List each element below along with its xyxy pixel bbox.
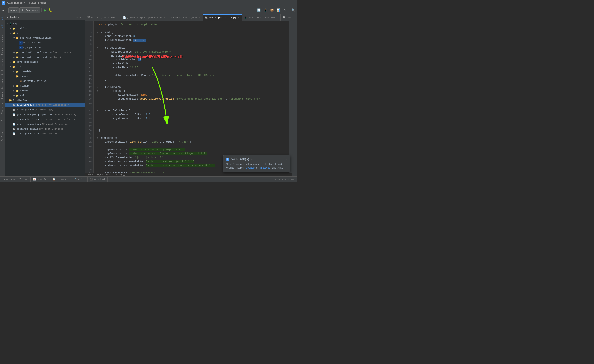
tree-item-18[interactable]: 🐘build.gradle (Module: app) [5, 107, 85, 112]
tree-item-12[interactable]: 🖼activity_main.xml [5, 79, 85, 84]
avd-button[interactable]: 📱 [262, 8, 269, 13]
build-close-button[interactable]: ✕ [286, 158, 288, 161]
tab-close-gradle-wrapper[interactable]: ✕ [164, 16, 166, 19]
toolbar-right: 🔄 📱 📦 📊 ⚙ 🔍 [256, 8, 296, 13]
panel-header-icons: ⊕ ⚙ — [77, 16, 83, 19]
app-selector[interactable]: app ▾ [8, 7, 19, 13]
line-number-12: 12 [86, 66, 92, 70]
panel-close-icon[interactable]: — [81, 16, 83, 19]
sidebar-item-layout-captures[interactable]: Layout Captures [1, 77, 4, 101]
tab-close-activity-main[interactable]: ✕ [116, 16, 118, 19]
debug-button[interactable]: 🐛 [48, 8, 54, 13]
app-selector-arrow: ▾ [16, 9, 17, 12]
line-number-4: 4 [86, 34, 92, 38]
line-number-22: 22 [86, 105, 92, 109]
tree-item-4[interactable]: AMainActivity [5, 40, 85, 45]
bottom-tab-terminal[interactable]: ⬛ Terminal [88, 177, 108, 182]
tree-item-21[interactable]: 📄gradle.properties (Project Properties) [5, 122, 85, 126]
project-panel: Android ▾ ⊕ ⚙ — ▼📱app▶📁manifests▼📂java▼📂… [5, 14, 85, 176]
sdk-button[interactable]: 📦 [269, 8, 275, 13]
tree-item-6[interactable]: ▶📁com.jsyf.myapplication (androidTest) [5, 50, 85, 55]
tree-item-8[interactable]: ▶📁java (generated) [5, 60, 85, 64]
tab-close-build-gradle-app[interactable]: ✕ [237, 16, 239, 19]
tab-build-gradle-myapp[interactable]: 🐘 build.gradle (My Application) ✕ [281, 14, 292, 21]
bottom-tab-build[interactable]: 🔨 Build [72, 177, 88, 182]
event-log[interactable]: Event Log [283, 178, 295, 181]
tree-item-13[interactable]: ▶📁mipmap [5, 84, 85, 88]
fold-marker-23[interactable]: ▼ [96, 109, 99, 113]
line-number-16: 16 [86, 81, 92, 85]
tree-view[interactable]: ▼📱app▶📁manifests▼📂java▼📂com.jsyf.myappli… [5, 20, 85, 176]
tree-item-14[interactable]: ▶📁values [5, 88, 85, 93]
fold-marker-17[interactable]: ▼ [96, 85, 99, 89]
tree-item-22[interactable]: 🐘settings.gradle (Project Settings) [5, 126, 85, 131]
sidebar-item-favorites[interactable]: 2: Favorites [1, 124, 4, 144]
bottom-bar: ▶ 4: Run ☰ TODO 📊 Profiler 📋 6: Logcat 🔨… [0, 176, 297, 182]
tree-item-15[interactable]: ▶📁xml [5, 93, 85, 98]
sidebar-item-build-variants[interactable]: Build Variants [1, 101, 4, 124]
sync-button[interactable]: 🔄 [256, 8, 262, 13]
tab-close-main-activity[interactable]: ✕ [198, 16, 200, 19]
line-number-24: 24 [86, 113, 92, 117]
device-selector[interactable]: No Devices ▾ [19, 7, 40, 13]
fold-marker-3[interactable]: ▼ [96, 30, 99, 34]
tree-item-5[interactable]: AmyApplication [5, 45, 85, 50]
sidebar-item-resource-manager[interactable]: Resource Manager [1, 32, 4, 57]
analyze-link[interactable]: analyze [260, 166, 270, 169]
code-line-15: } [96, 77, 289, 81]
tab-build-gradle-app[interactable]: 🐘 build.gradle (:app) ✕ [203, 14, 242, 21]
sidebar-item-structure[interactable]: 2: Structure [1, 57, 4, 77]
tree-item-11[interactable]: ▼📂layout [5, 74, 85, 79]
fold-marker-7[interactable]: ▼ [96, 46, 99, 50]
tree-item-0[interactable]: ▼📱app [5, 21, 85, 26]
tab-activity-main-xml[interactable]: 🖼 activity_main.xml ✕ [85, 14, 121, 21]
tree-item-7[interactable]: ▶📁com.jsyf.myapplication (test) [5, 55, 85, 60]
bottom-tab-logcat[interactable]: 📋 6: Logcat [50, 177, 72, 182]
line-number-26: 26 [86, 120, 92, 124]
build-settings-icon[interactable]: ⚙ [251, 158, 252, 161]
tree-item-19[interactable]: 📄gradle-wrapper.properties (Gradle Versi… [5, 112, 85, 117]
locate-link[interactable]: locate [246, 166, 255, 169]
tree-item-2[interactable]: ▼📂java [5, 31, 85, 36]
code-editor: 1234567891011121314151617181920212223242… [85, 21, 292, 173]
code-line-5: buildToolsVersion '30.0.0' [96, 38, 289, 42]
panel-sync-icon[interactable]: ⊕ [77, 16, 78, 19]
fold-marker-18[interactable]: ▼ [96, 89, 99, 93]
line-number-5: 5 [86, 38, 92, 42]
bottom-tab-todo[interactable]: ☰ TODO [17, 177, 30, 182]
tree-item-16[interactable]: ▼📂Gradle Scripts [5, 98, 85, 103]
line-number-9: 9 [86, 54, 92, 58]
main-layout: 1: Project Resource Manager 2: Structure… [0, 14, 297, 176]
back-button[interactable]: ◀ [1, 8, 6, 13]
tree-item-10[interactable]: ▶📁drawable [5, 69, 85, 74]
tab-android-manifest[interactable]: 📱 AndroidManifest.xml ✕ [242, 14, 281, 21]
bottom-tab-run[interactable]: ▶ 4: Run [2, 177, 17, 182]
line-number-18: 18 [86, 89, 92, 93]
tree-item-20[interactable]: 🛡proguard-rules.pro (ProGuard Rules for … [5, 117, 85, 122]
tab-main-activity[interactable]: ☕ MainActivity.java ✕ [169, 14, 203, 21]
tree-item-17[interactable]: 🐘build.gradle (Project: My Application) [5, 103, 85, 107]
tree-item-23[interactable]: 📄local.properties (SDK Location) [5, 131, 85, 136]
sidebar-item-project[interactable]: 1: Project [1, 14, 4, 32]
code-line-9: minSdkVersion 23 [96, 54, 289, 58]
search-button[interactable]: 🔍 [290, 8, 296, 13]
settings-button[interactable]: ⚙ [282, 8, 287, 13]
tree-item-9[interactable]: ▼📂res [5, 64, 85, 69]
tree-item-1[interactable]: ▶📁manifests [5, 26, 85, 31]
git-branch[interactable]: CSA [276, 178, 280, 181]
code-content[interactable]: apply plugin: 'com.android.application' … [94, 21, 289, 173]
tab-close-android-manifest[interactable]: ✕ [276, 16, 278, 19]
bottom-tabs: ▶ 4: Run ☰ TODO 📊 Profiler 📋 6: Logcat 🔨… [2, 177, 108, 182]
tab-gradle-wrapper[interactable]: 📄 gradle-wrapper.properties ✕ [121, 14, 169, 21]
code-line-32 [96, 144, 289, 148]
code-line-17: ▼ buildTypes { [96, 85, 289, 89]
bottom-tab-profiler[interactable]: 📊 Profiler [31, 177, 51, 182]
panel-dropdown-arrow[interactable]: ▾ [18, 16, 19, 19]
profiler-button[interactable]: 📊 [276, 8, 282, 13]
fold-marker-30[interactable]: ▼ [96, 136, 99, 140]
build-notification-header: i Build APK(s) ⚙ ✕ [226, 158, 288, 161]
editor-scrollbar[interactable] [289, 21, 292, 173]
tree-item-3[interactable]: ▼📂com.jsyf.myapplication [5, 36, 85, 40]
panel-gear-icon[interactable]: ⚙ [79, 16, 81, 19]
run-button[interactable]: ▶ [43, 8, 47, 13]
